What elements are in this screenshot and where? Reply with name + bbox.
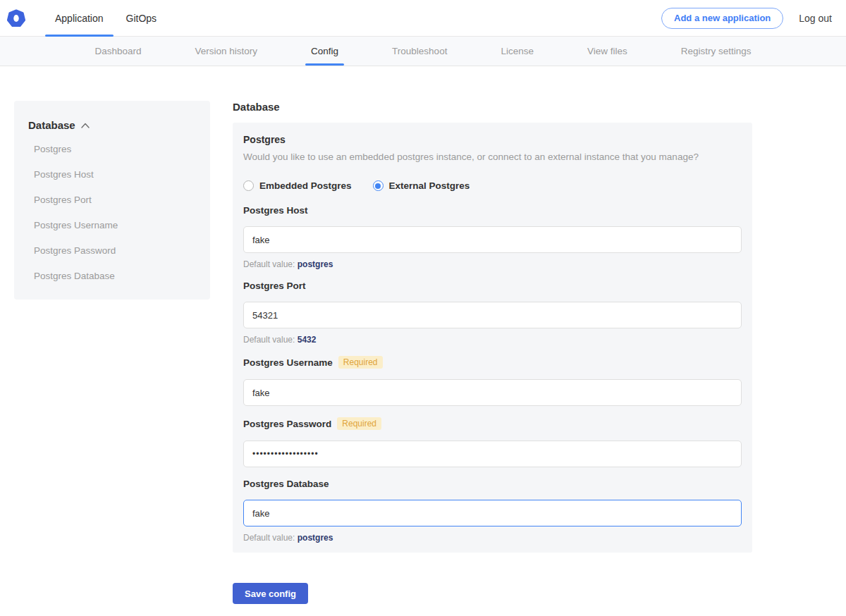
subtab-troubleshoot-label: Troubleshoot (392, 46, 447, 56)
subtab-config[interactable]: Config (305, 37, 344, 66)
top-nav: Application GitOps Add a new application… (0, 0, 846, 37)
sidebar-item-postgres-username[interactable]: Postgres Username (28, 220, 196, 230)
subtab-dashboard-label: Dashboard (94, 46, 141, 56)
app-logo-icon (7, 9, 25, 27)
default-prefix: Default value: (243, 533, 298, 543)
tab-gitops-label: GitOps (126, 13, 157, 24)
postgres-username-input[interactable] (243, 379, 742, 406)
field-postgres-port: Postgres Port Default value: 5432 (243, 281, 742, 345)
subtab-config-label: Config (311, 46, 338, 56)
default-value: 5432 (298, 335, 317, 345)
logout-button[interactable]: Log out (799, 13, 832, 24)
postgres-item-label: Postgres (243, 134, 742, 145)
config-main: Database Postgres Would you like to use … (233, 101, 752, 604)
config-group-card: Postgres Would you like to use an embedd… (233, 123, 752, 553)
config-group-heading: Database (233, 101, 752, 113)
field-postgres-username-label-row: Postgres Username Required (243, 356, 742, 369)
postgres-database-default: Default value: postgres (243, 533, 742, 543)
default-prefix: Default value: (243, 259, 298, 269)
config-page: Database Postgres Postgres Host Postgres… (0, 66, 846, 604)
field-postgres-username-label: Postgres Username (243, 357, 333, 368)
field-postgres-host: Postgres Host Default value: postgres (243, 205, 742, 269)
postgres-host-default: Default value: postgres (243, 259, 742, 269)
subtab-view-files-label: View files (587, 46, 627, 56)
postgres-host-input[interactable] (243, 226, 742, 253)
tab-application[interactable]: Application (44, 0, 115, 37)
sidebar-item-postgres[interactable]: Postgres (28, 144, 196, 154)
sidebar-group-database[interactable]: Database (28, 119, 196, 131)
radio-selected-icon[interactable] (373, 180, 384, 191)
tab-gitops[interactable]: GitOps (115, 0, 168, 37)
default-value: postgres (298, 533, 333, 543)
save-config-button[interactable]: Save config (233, 583, 308, 604)
field-postgres-password: Postgres Password Required (243, 417, 742, 467)
postgres-radio-group: Embedded Postgres External Postgres (243, 180, 742, 191)
radio-embedded-postgres-label: Embedded Postgres (259, 180, 352, 191)
postgres-port-default: Default value: 5432 (243, 335, 742, 345)
required-badge: Required (338, 356, 383, 369)
subtab-version-history-label: Version history (195, 46, 258, 56)
sidebar-item-postgres-host[interactable]: Postgres Host (28, 169, 196, 180)
postgres-help-text: Would you like to use an embedded postgr… (243, 152, 742, 162)
subtab-license[interactable]: License (495, 37, 539, 66)
field-postgres-database-label-row: Postgres Database (243, 479, 742, 489)
field-postgres-password-label: Postgres Password (243, 419, 331, 429)
subtab-troubleshoot[interactable]: Troubleshoot (386, 37, 453, 66)
add-application-button[interactable]: Add a new application (661, 8, 783, 29)
sidebar-item-postgres-database[interactable]: Postgres Database (28, 271, 196, 281)
field-postgres-database-label: Postgres Database (243, 479, 329, 489)
radio-external-postgres[interactable]: External Postgres (373, 180, 470, 191)
tab-application-label: Application (55, 13, 104, 24)
field-postgres-host-label-row: Postgres Host (243, 205, 742, 216)
field-postgres-port-label-row: Postgres Port (243, 281, 742, 291)
subtab-version-history[interactable]: Version history (190, 37, 264, 66)
chevron-up-icon (81, 123, 90, 128)
postgres-password-input[interactable] (243, 441, 742, 467)
top-nav-right: Add a new application Log out (661, 8, 832, 29)
postgres-database-input[interactable] (243, 500, 742, 526)
field-postgres-password-label-row: Postgres Password Required (243, 417, 742, 430)
config-sidebar: Database Postgres Postgres Host Postgres… (14, 101, 210, 300)
required-badge: Required (337, 417, 381, 430)
default-prefix: Default value: (243, 335, 298, 345)
subtab-view-files[interactable]: View files (582, 37, 633, 66)
field-postgres-host-label: Postgres Host (243, 205, 308, 216)
radio-embedded-postgres[interactable]: Embedded Postgres (243, 180, 352, 191)
app-sub-nav: Dashboard Version history Config Trouble… (0, 37, 846, 66)
subtab-dashboard[interactable]: Dashboard (89, 37, 147, 66)
radio-unselected-icon[interactable] (243, 180, 254, 191)
postgres-port-input[interactable] (243, 302, 742, 328)
radio-external-postgres-label: External Postgres (389, 180, 470, 191)
field-postgres-username: Postgres Username Required (243, 356, 742, 406)
top-tabs: Application GitOps (44, 0, 168, 37)
subtab-registry-settings-label: Registry settings (681, 46, 752, 56)
subtab-license-label: License (501, 46, 534, 56)
default-value: postgres (298, 259, 333, 269)
subtab-registry-settings[interactable]: Registry settings (675, 37, 757, 66)
field-postgres-database: Postgres Database Default value: postgre… (243, 479, 742, 543)
sidebar-item-postgres-port[interactable]: Postgres Port (28, 195, 196, 205)
sidebar-group-database-label: Database (28, 119, 75, 131)
field-postgres-port-label: Postgres Port (243, 281, 306, 291)
sidebar-item-postgres-password[interactable]: Postgres Password (28, 245, 196, 256)
